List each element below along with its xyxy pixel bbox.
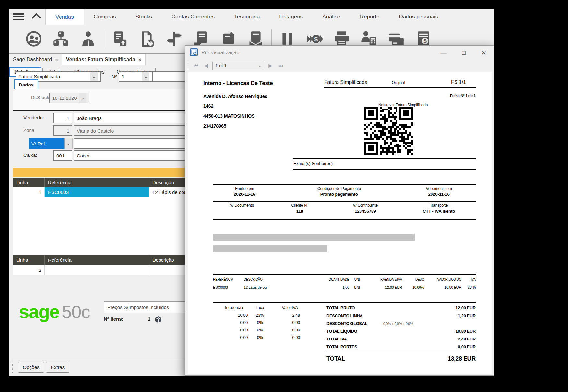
vencimento-label: Vencimento em	[402, 186, 476, 191]
item-ref: ESC0003	[213, 285, 244, 289]
dtstock-select: 16-11-2020⌄	[49, 93, 89, 103]
menu-reporte[interactable]: Reporte	[350, 9, 389, 25]
zona-name-field: Viana do Castelo	[74, 125, 193, 136]
vencimento-value: 2020-11-16	[402, 192, 476, 197]
chevron-down-icon[interactable]: ⌄	[142, 72, 149, 81]
hamburger-menu-button[interactable]	[9, 9, 27, 25]
item-qtd: 1,00	[322, 285, 349, 289]
tab-dados[interactable]: Dados	[14, 79, 38, 90]
emitido-label: Emitido em	[213, 186, 276, 191]
products-icon[interactable]	[47, 28, 75, 50]
grid2-header: Linha Referência Descrição	[13, 255, 193, 265]
preview-titlebar[interactable]: Pré-visualização — □ ✕	[185, 46, 494, 60]
redacted-bar	[213, 234, 415, 241]
page-number-select[interactable]: 1 of 1⌄	[212, 62, 264, 70]
emitido-value: 2020-11-16	[213, 192, 276, 197]
minimize-button[interactable]: —	[433, 46, 454, 60]
chevron-up-icon	[32, 13, 41, 22]
menu-contas-correntes[interactable]: Contas Correntes	[162, 9, 224, 25]
toolbar-separator	[104, 29, 104, 48]
salutation: Exmo.(s) Senhor(es)	[293, 161, 333, 166]
menu-tesouraria[interactable]: Tesouraria	[224, 9, 269, 25]
item-preco: 12,00 EUR	[365, 285, 402, 289]
desconto-global-note: 0,0% + 0,0% + 0,0%	[383, 322, 440, 326]
document-tabs: Sage Dashboard × Vendas: Fatura Simplifi…	[9, 53, 189, 65]
n-itens-value: 1	[148, 316, 150, 322]
last-page-icon[interactable]: ⏭	[277, 63, 285, 69]
tab-sage-dashboard[interactable]: Sage Dashboard ×	[9, 54, 62, 65]
condicoes-label: Condições de Pagamento	[276, 186, 402, 191]
salesperson-icon[interactable]	[75, 28, 102, 50]
col-linha[interactable]: Linha	[13, 178, 45, 187]
previous-page-icon[interactable]: ◀	[202, 63, 210, 69]
preview-window: Pré-visualização — □ ✕ ⏮ ◀ 1 of 1⌄ ▶ ⏭ I…	[185, 45, 494, 376]
vdoc-value	[213, 209, 271, 213]
selected-cell[interactable]: ESC0003	[45, 187, 149, 197]
company-phone: 234178965	[203, 123, 226, 129]
collapse-ribbon-button[interactable]	[27, 9, 45, 25]
next-page-icon[interactable]: ▶	[266, 63, 275, 69]
chevron-down-icon[interactable]: ⌄	[90, 72, 98, 81]
grid1-empty-area	[13, 197, 193, 255]
hamburger-icon	[13, 13, 24, 15]
signpost-icon[interactable]	[160, 28, 188, 50]
first-page-icon[interactable]: ⏮	[192, 63, 200, 69]
vendedor-name-field[interactable]: João Braga	[74, 113, 193, 123]
close-tab-icon[interactable]: ×	[55, 57, 58, 63]
item-desc: 12 Lápis de cor	[244, 285, 322, 289]
close-tab-icon[interactable]: ×	[138, 57, 141, 62]
menu-vendas[interactable]: Vendas	[45, 9, 84, 25]
caixa-number-field[interactable]: 001	[53, 150, 72, 161]
folha: Folha Nº 1 de 1	[378, 94, 476, 98]
chevron-down-icon: ⌄	[79, 93, 86, 103]
caixa-label: Caixa:	[23, 152, 37, 158]
invoice-page: Interno - Licencas De Teste Avenida D. A…	[188, 72, 492, 374]
menu-analise[interactable]: Análise	[313, 9, 350, 25]
preview-title: Pré-visualização	[201, 50, 239, 56]
condicoes-value: Pronto pagamento	[276, 192, 402, 197]
divider	[326, 352, 476, 352]
grid2-row-2[interactable]: 2	[13, 265, 193, 275]
vendedor-number-field[interactable]: 1	[53, 113, 72, 123]
item-liquido: 10,80 EUR	[424, 285, 461, 289]
item-uni: UNI	[349, 285, 365, 289]
menu-stocks[interactable]: Stocks	[126, 9, 162, 25]
company-address-line: 4450-013 MATOSINHOS	[203, 113, 254, 119]
menu-compras[interactable]: Compras	[84, 9, 126, 25]
document-refresh-icon[interactable]	[133, 28, 160, 50]
doc-type: Fatura Simplificada	[324, 79, 367, 85]
grid1-row-1[interactable]: 1 ESC0003 12 Lápis de cor	[13, 187, 193, 197]
vref-select[interactable]: V/ Ref. ⌄	[29, 138, 73, 149]
dtstock-label: Dt.Stock	[31, 95, 49, 100]
col-linha[interactable]: Linha	[13, 255, 45, 265]
extras-button[interactable]: Extras	[46, 362, 69, 373]
tab-vendas-fatura-simplificada[interactable]: Vendas: Fatura Simplificada ×	[62, 54, 146, 65]
menu-dados-pessoais[interactable]: Dados pessoais	[389, 9, 448, 25]
payment-row-2: V/ Documento Cliente Nº V/ Contribuinte …	[213, 203, 476, 213]
redacted-bar	[213, 245, 327, 252]
col-referencia[interactable]: Referência	[45, 178, 149, 187]
caixa-name-field[interactable]: Caixa	[74, 150, 193, 161]
toolbar-grip[interactable]	[188, 62, 190, 70]
opcoes-button[interactable]: Opções	[18, 362, 44, 373]
grand-total-value: 13,28 EUR	[448, 355, 476, 362]
grand-total-label: TOTAL	[326, 355, 345, 362]
company-address-line: 1462	[203, 103, 213, 109]
precos-indicator: Preços S/Impostos Incluídos	[104, 301, 190, 313]
qr-code	[364, 107, 413, 155]
maximize-button[interactable]: □	[454, 46, 474, 60]
contribuinte-value: 123456789	[328, 209, 402, 213]
document-upload-icon[interactable]	[106, 28, 133, 50]
menu-listagens[interactable]: Listagens	[269, 9, 313, 25]
col-referencia[interactable]: Referência	[45, 255, 149, 265]
close-button[interactable]: ✕	[474, 46, 494, 60]
sage-logo: sage 50c	[19, 301, 90, 322]
doc-number-select[interactable]: 1⌄	[119, 71, 152, 82]
vref-field[interactable]	[74, 138, 193, 149]
chevron-down-icon[interactable]: ⌄	[64, 138, 72, 149]
dados-panel: Dt.Stock 16-11-2020⌄	[13, 89, 193, 110]
clients-icon[interactable]	[20, 28, 47, 50]
drag-grip[interactable]	[12, 362, 14, 373]
chevron-down-icon[interactable]: ⌄	[258, 63, 261, 68]
item-iva: 23 %	[461, 285, 476, 289]
